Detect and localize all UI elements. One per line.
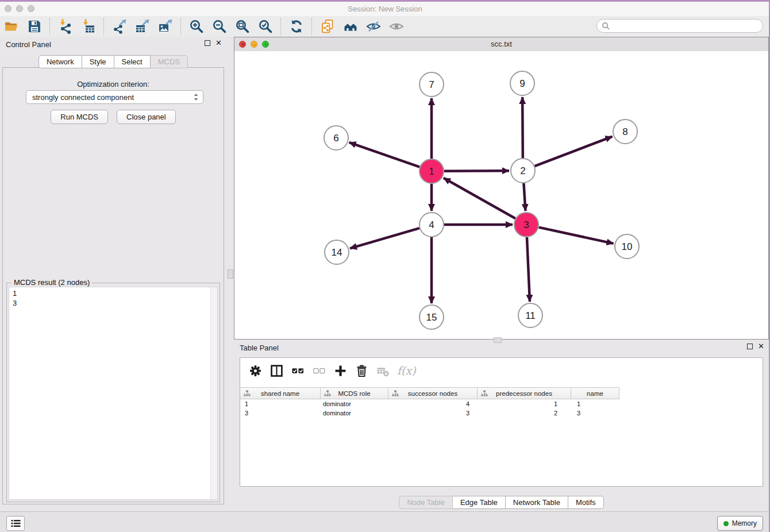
zoom-selected-icon[interactable] <box>257 18 274 34</box>
select-all-rows-icon[interactable] <box>290 363 306 378</box>
node-label: 15 <box>426 312 437 323</box>
export-table-icon[interactable] <box>134 18 151 34</box>
first-neighbors-icon[interactable] <box>342 18 359 34</box>
network-window-titlebar[interactable]: ✕ − + scc.txt <box>234 37 768 52</box>
table-row[interactable]: 1dominator411 <box>240 399 762 408</box>
table-tab-edge-table[interactable]: Edge Table <box>453 496 506 509</box>
cell-MCDS-role: dominator <box>321 399 388 408</box>
splitter-handle[interactable] <box>228 269 233 279</box>
network-view-window: ✕ − + scc.txt 1234678910111415 <box>234 37 769 340</box>
vertical-splitter[interactable] <box>226 37 234 511</box>
import-table-icon[interactable] <box>80 18 97 34</box>
graph-node-8[interactable]: 8 <box>613 119 637 144</box>
graph-node-3[interactable]: 3 <box>514 213 538 237</box>
deselect-all-rows-icon[interactable] <box>311 363 327 378</box>
graph-edge-1-6[interactable] <box>349 142 420 167</box>
table-tab-node-table[interactable]: Node Table <box>399 496 453 509</box>
graph-edge-3-11[interactable] <box>527 237 530 302</box>
graph-node-4[interactable]: 4 <box>419 213 444 237</box>
cell-successor-nodes: 4 <box>388 399 478 408</box>
zoom-in-icon[interactable] <box>188 18 205 34</box>
task-history-button[interactable] <box>6 516 25 531</box>
horizontal-splitter-handle[interactable] <box>494 337 502 343</box>
close-table-panel-icon[interactable]: ✕ <box>758 344 764 349</box>
graph-node-7[interactable]: 7 <box>419 72 444 97</box>
zoom-fit-icon[interactable] <box>234 18 251 34</box>
tab-network[interactable]: Network <box>38 55 82 68</box>
close-panel-button[interactable]: Close panel <box>117 110 176 124</box>
node-label: 2 <box>520 165 525 176</box>
cell-predecessor-nodes: 1 <box>478 399 571 408</box>
column-header-shared-name[interactable]: shared name <box>240 387 321 399</box>
search-field[interactable] <box>596 19 763 33</box>
column-header-name[interactable]: name <box>571 387 619 399</box>
export-image-icon[interactable] <box>157 18 174 34</box>
float-table-panel-icon[interactable] <box>747 344 753 349</box>
delete-row-icon[interactable] <box>353 363 369 378</box>
settings-gear-icon[interactable] <box>247 363 263 378</box>
float-panel-icon[interactable] <box>205 40 210 46</box>
mcds-result-textarea[interactable]: 13 <box>9 287 218 500</box>
memory-button[interactable]: Memory <box>717 516 763 531</box>
import-network-icon[interactable] <box>57 18 74 34</box>
node-label: 10 <box>622 241 633 252</box>
node-label: 3 <box>523 219 529 230</box>
table-header-row: shared nameMCDS rolesuccessor nodesprede… <box>240 387 619 399</box>
graph-edge-2-3[interactable] <box>523 183 525 211</box>
node-label: 14 <box>332 247 342 258</box>
graph-edge-3-1[interactable] <box>444 178 515 218</box>
column-header-predecessor-nodes[interactable]: predecessor nodes <box>478 387 571 399</box>
result-line: 1 <box>13 288 208 298</box>
tab-style[interactable]: Style <box>82 55 114 68</box>
mcds-tab-content: Optimization criterion: strongly connect… <box>2 67 224 504</box>
table-tab-network-table[interactable]: Network Table <box>506 496 568 509</box>
column-header-MCDS-role[interactable]: MCDS role <box>321 387 388 399</box>
graph-edge-2-9[interactable] <box>522 97 523 158</box>
graph-node-10[interactable]: 10 <box>615 234 639 259</box>
graph-node-11[interactable]: 11 <box>518 303 542 327</box>
run-mcds-button[interactable]: Run MCDS <box>51 110 108 124</box>
graph-edge-4-14[interactable] <box>350 228 419 248</box>
graph-edge-3-10[interactable] <box>538 228 613 244</box>
refresh-view-icon[interactable] <box>288 18 305 34</box>
graph-node-1[interactable]: 1 <box>419 159 444 183</box>
main-toolbar <box>0 16 770 37</box>
show-all-icon[interactable] <box>388 18 405 34</box>
add-row-icon[interactable] <box>332 363 348 378</box>
zoom-out-icon[interactable] <box>211 18 228 34</box>
network-canvas[interactable]: 1234678910111415 <box>234 51 768 339</box>
control-panel-tabs: NetworkStyleSelectMCDS <box>0 55 226 68</box>
graph-node-15[interactable]: 15 <box>419 305 444 329</box>
open-file-icon[interactable] <box>3 18 20 34</box>
toolbar-separator <box>103 18 105 35</box>
chevron-up-down-icon <box>192 92 199 102</box>
tab-select[interactable]: Select <box>114 55 151 68</box>
criterion-dropdown[interactable]: strongly connected component <box>26 90 203 104</box>
save-session-icon[interactable] <box>26 18 43 34</box>
search-icon <box>602 22 610 30</box>
clone-network-icon[interactable] <box>319 18 336 34</box>
hide-selected-icon[interactable] <box>365 18 382 34</box>
tab-mcds[interactable]: MCDS <box>151 55 188 68</box>
export-network-icon[interactable] <box>111 18 128 34</box>
columns-icon[interactable] <box>268 363 284 378</box>
close-panel-icon[interactable]: ✕ <box>215 40 222 46</box>
cell-name: 3 <box>571 408 619 418</box>
result-scrollbar[interactable] <box>210 287 217 499</box>
search-input[interactable] <box>612 21 763 31</box>
column-header-successor-nodes[interactable]: successor nodes <box>388 387 478 399</box>
graph-node-9[interactable]: 9 <box>510 71 534 95</box>
node-label: 9 <box>519 78 525 89</box>
table-row[interactable]: 3dominator323 <box>240 408 762 418</box>
graph-edge-2-8[interactable] <box>535 137 613 167</box>
node-label: 11 <box>525 310 536 321</box>
mcds-result-group: MCDS result (2 nodes) 13 <box>6 283 220 502</box>
node-label: 1 <box>429 166 434 177</box>
graph-edge-1-2[interactable] <box>444 171 509 171</box>
graph-node-2[interactable]: 2 <box>511 159 535 183</box>
graph-node-6[interactable]: 6 <box>324 126 348 150</box>
status-bar: Memory <box>0 511 770 532</box>
table-tabs: Node TableEdge TableNetwork TableMotifs <box>234 496 769 509</box>
table-tab-motifs[interactable]: Motifs <box>568 496 604 509</box>
graph-node-14[interactable]: 14 <box>325 240 349 264</box>
